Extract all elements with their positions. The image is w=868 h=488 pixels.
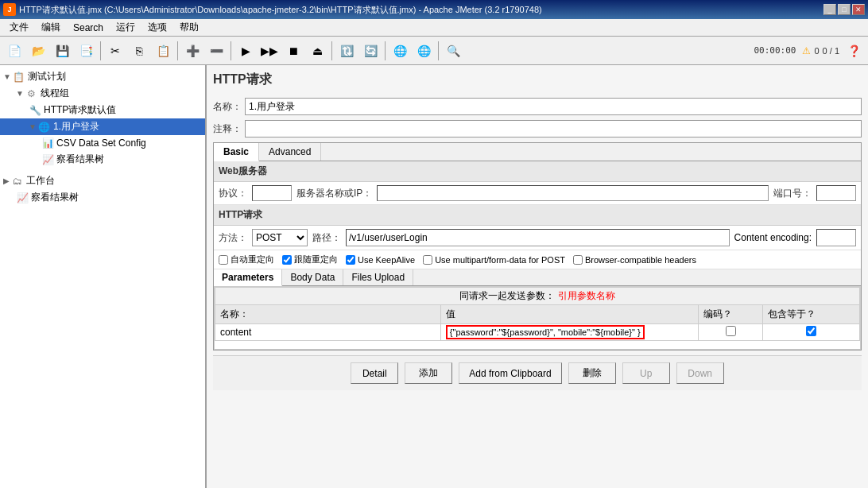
warning-icon: ⚠ xyxy=(802,45,811,56)
label-test-plan: 测试计划 xyxy=(28,70,66,83)
title-bar: J HTTP请求默认值.jmx (C:\Users\Administrator\… xyxy=(0,0,868,19)
cb-keepalive-input[interactable] xyxy=(346,255,355,265)
tree-item-thread-group[interactable]: ▼ ⚙ 线程组 xyxy=(0,85,205,102)
icon-thread-group: ⚙ xyxy=(25,87,38,100)
paste-button[interactable]: 📋 xyxy=(152,40,174,62)
search-button[interactable]: 🔍 xyxy=(442,40,464,62)
toolbar-right: 00:00:00 ⚠ 0 0 / 1 ❓ xyxy=(750,40,865,62)
tree-item-http-defaults[interactable]: 🔧 HTTP请求默认值 xyxy=(0,102,205,118)
shutdown-button[interactable]: ⏏ xyxy=(306,40,328,62)
tree-item-test-plan[interactable]: ▼ 📋 测试计划 xyxy=(0,68,205,85)
param-include-checkbox[interactable] xyxy=(806,326,816,336)
cb-multipart-input[interactable] xyxy=(423,255,432,265)
save-as-button[interactable]: 📑 xyxy=(75,40,97,62)
web-server-title: Web服务器 xyxy=(214,161,861,182)
menu-edit[interactable]: 编辑 xyxy=(35,19,67,36)
collapse-button[interactable]: ➖ xyxy=(205,40,227,62)
method-select[interactable]: POST GET PUT DELETE xyxy=(252,229,308,246)
comment-row: 注释： xyxy=(213,120,862,137)
name-label: 名称： xyxy=(213,100,245,114)
help-button[interactable]: ❓ xyxy=(843,40,865,62)
remote-start-button[interactable]: 🌐 xyxy=(389,40,411,62)
param-encode-cell[interactable] xyxy=(699,324,763,341)
port-input[interactable] xyxy=(816,185,856,201)
label-user-login: 1.用户登录 xyxy=(53,120,99,134)
maximize-button[interactable]: □ xyxy=(838,4,851,15)
open-button[interactable]: 📂 xyxy=(27,40,49,62)
save-button[interactable]: 💾 xyxy=(51,40,73,62)
tree-item-view-results-1[interactable]: 📈 察看结果树 xyxy=(0,151,205,168)
table-row[interactable]: content {"password":"${password}", "mobi… xyxy=(215,324,860,341)
tab-basic[interactable]: Basic xyxy=(214,143,259,161)
remote-stop-button[interactable]: 🌐 xyxy=(413,40,435,62)
close-button[interactable]: ✕ xyxy=(852,4,865,15)
clear-all-button[interactable]: 🔄 xyxy=(359,40,382,62)
toggle-test-plan[interactable]: ▼ xyxy=(3,72,11,81)
inner-tab-files-upload[interactable]: Files Upload xyxy=(343,269,413,285)
cb-keepalive[interactable]: Use KeepAlive xyxy=(346,255,415,265)
tab-advanced[interactable]: Advanced xyxy=(259,143,321,161)
checkboxes-row: 自动重定向 跟随重定向 Use KeepAlive Use multipart/… xyxy=(214,250,861,269)
cb-compat-headers-input[interactable] xyxy=(573,255,583,265)
tree-item-user-login[interactable]: ▼ 🌐 1.用户登录 xyxy=(0,118,205,135)
server-input[interactable] xyxy=(377,185,769,201)
inner-tab-body-data[interactable]: Body Data xyxy=(282,269,343,285)
minimize-button[interactable]: _ xyxy=(823,4,836,15)
menu-run[interactable]: 运行 xyxy=(110,19,141,36)
cb-keepalive-label: Use KeepAlive xyxy=(358,255,415,265)
clear-button[interactable]: 🔃 xyxy=(335,40,358,62)
toggle-user-login[interactable]: ▼ xyxy=(29,122,37,131)
name-input[interactable] xyxy=(245,98,862,115)
cb-compat-headers[interactable]: Browser-compatible headers xyxy=(573,255,696,265)
detail-button[interactable]: Detail xyxy=(351,362,398,384)
cb-follow-redirect-input[interactable] xyxy=(282,255,292,265)
cb-auto-redirect-input[interactable] xyxy=(219,255,228,265)
expand-button[interactable]: ➕ xyxy=(181,40,203,62)
param-include-cell[interactable] xyxy=(763,324,860,341)
add-button[interactable]: 添加 xyxy=(405,362,452,384)
param-encode-checkbox[interactable] xyxy=(726,326,736,336)
encoding-input[interactable] xyxy=(816,229,856,246)
new-button[interactable]: 📄 xyxy=(3,40,25,62)
menu-search[interactable]: Search xyxy=(67,21,110,35)
toggle-thread-group[interactable]: ▼ xyxy=(16,89,24,98)
add-from-clipboard-button[interactable]: Add from Clipboard xyxy=(459,362,561,384)
cb-multipart[interactable]: Use multipart/form-data for POST xyxy=(423,255,565,265)
right-panel: HTTP请求 名称： 注释： Basic Advanced Web服务器 协议： xyxy=(207,65,868,488)
comment-input[interactable] xyxy=(245,120,862,137)
down-button[interactable]: Down xyxy=(676,362,724,384)
toggle-workbench[interactable]: ▶ xyxy=(3,176,10,185)
tree-item-csv[interactable]: 📊 CSV Data Set Config xyxy=(0,135,205,151)
cut-button[interactable]: ✂ xyxy=(104,40,126,62)
menu-help[interactable]: 帮助 xyxy=(173,19,205,36)
up-button[interactable]: Up xyxy=(622,362,670,384)
separator-5 xyxy=(385,41,386,60)
warning-count: 0 xyxy=(814,46,819,56)
http-request-title: HTTP请求 xyxy=(214,205,861,226)
cb-auto-redirect-label: 自动重定向 xyxy=(231,254,274,265)
menu-options[interactable]: 选项 xyxy=(141,19,173,36)
copy-button[interactable]: ⎘ xyxy=(128,40,150,62)
cb-follow-redirect[interactable]: 跟随重定向 xyxy=(282,254,338,265)
menu-file[interactable]: 文件 xyxy=(3,19,35,36)
label-workbench: 工作台 xyxy=(26,174,55,188)
tree-item-workbench[interactable]: ▶ 🗂 工作台 xyxy=(0,172,205,189)
col-header-encode: 编码？ xyxy=(699,305,763,324)
col-header-value: 值 xyxy=(440,305,698,324)
cb-auto-redirect[interactable]: 自动重定向 xyxy=(219,254,274,265)
path-input[interactable] xyxy=(346,229,730,246)
play-button[interactable]: ▶ xyxy=(234,40,257,62)
delete-button[interactable]: 删除 xyxy=(568,362,616,384)
tree-item-view-results-2[interactable]: 📈 察看结果树 xyxy=(0,189,205,206)
inner-tab-parameters[interactable]: Parameters xyxy=(214,269,282,286)
stop-button[interactable]: ⏹ xyxy=(282,40,304,62)
separator-3 xyxy=(231,41,231,60)
protocol-input[interactable] xyxy=(252,185,292,201)
cb-follow-redirect-label: 跟随重定向 xyxy=(294,254,338,265)
params-send-label: 同请求一起发送参数： xyxy=(459,290,555,301)
encoding-label: Content encoding: xyxy=(734,232,812,243)
separator-4 xyxy=(331,41,332,60)
play-no-pause-button[interactable]: ▶▶ xyxy=(258,40,281,62)
panel-title: HTTP请求 xyxy=(213,72,862,91)
main-tabs-header: Basic Advanced xyxy=(214,143,861,161)
